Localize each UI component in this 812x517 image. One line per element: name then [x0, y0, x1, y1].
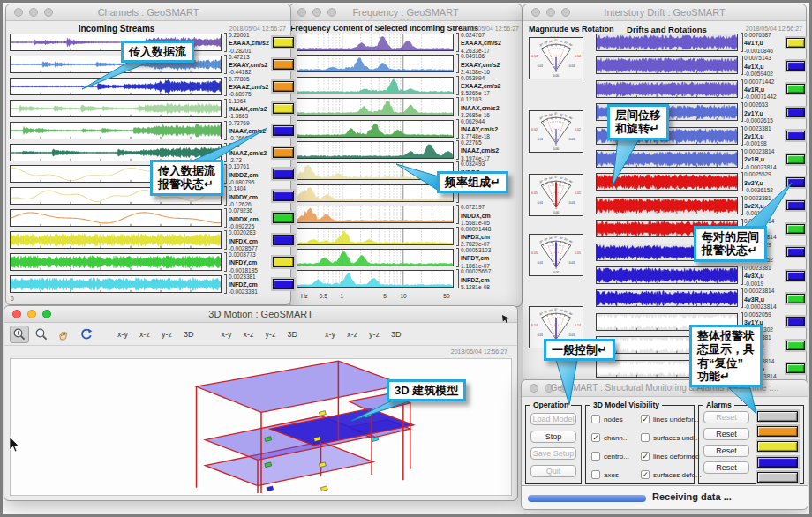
unchecked-checkbox[interactable]: [591, 452, 600, 461]
reset-button[interactable]: Reset: [703, 445, 749, 457]
drag-handle-icon[interactable]: ···: [400, 16, 410, 24]
rotate-button[interactable]: [76, 326, 95, 343]
view-button-x-y[interactable]: x-y: [321, 328, 339, 341]
visibility-checkbox-nodes[interactable]: nodes: [591, 415, 623, 423]
frequency-header: Frequency Content of Selected Incoming S…: [289, 24, 479, 33]
trace-label: 0.26061EXAAX,cm/s2-0.28201: [229, 32, 271, 55]
alarm-indicator: [786, 200, 805, 210]
checkbox-label: nodes: [604, 416, 623, 423]
alarm-indicator: [786, 154, 805, 164]
checked-checkbox[interactable]: ✓: [641, 470, 650, 479]
svg-text:10°: 10°: [549, 308, 554, 312]
range-bracket: [741, 196, 743, 215]
trace-label: 0.053994EXAAZ,cm/s28.5265e-17: [461, 75, 515, 98]
range-bracket: [456, 227, 459, 246]
pan-button[interactable]: [54, 326, 73, 343]
checked-checkbox[interactable]: ✓: [591, 433, 600, 442]
reset-button[interactable]: Reset: [703, 428, 749, 440]
svg-text:10°: 10°: [559, 236, 564, 241]
unchecked-checkbox[interactable]: [641, 433, 650, 442]
alarm-indicator: [273, 37, 294, 48]
trace-max-value: 0.062944: [461, 118, 515, 125]
svg-text:0.01: 0.01: [569, 333, 575, 337]
trace-name: EXAAZ,cm/s2: [229, 83, 271, 91]
unchecked-checkbox[interactable]: [591, 415, 600, 423]
view-button-y-z[interactable]: y-z: [262, 328, 280, 341]
svg-text:0.01: 0.01: [538, 261, 544, 265]
view-button-x-y[interactable]: x-y: [114, 328, 132, 341]
trace-max-value: 0.77805: [229, 76, 271, 83]
trace-name: INFDY,cm: [229, 258, 271, 266]
alarm-indicator: [273, 103, 294, 114]
view-button-x-z[interactable]: x-z: [240, 328, 258, 341]
trace-label: 0.000238142v1R,u-0.00023814: [744, 148, 783, 171]
view-button-x-z[interactable]: x-z: [136, 328, 154, 341]
unchecked-checkbox[interactable]: [591, 470, 600, 479]
zoom-out-button[interactable]: [32, 326, 51, 343]
range-bracket: [741, 79, 743, 99]
trace-max-value: 0.0023381: [229, 273, 271, 281]
trace-min-value: -0.0019: [744, 281, 783, 288]
trace-name: INAAX,cm/s2: [461, 104, 515, 112]
visibility-checkbox-centro[interactable]: centro...: [591, 452, 629, 461]
visibility-checkbox-surfacesdefo[interactable]: ✓surfaces defo...: [641, 470, 702, 479]
svg-text:30°: 30°: [568, 116, 575, 121]
visibility-checkbox-linesdeformed[interactable]: ✓lines deformed: [641, 452, 699, 461]
visibility-checkbox-linesundefor[interactable]: ✓lines undefor...: [641, 415, 699, 423]
drag-handle-icon[interactable]: ···: [139, 17, 148, 25]
view-button-3d[interactable]: 3D: [284, 328, 302, 341]
alarm-indicator: [273, 125, 294, 136]
spectrum-plot: [297, 228, 454, 245]
alarm-indicator: [273, 59, 294, 70]
svg-text:20°: 20°: [544, 41, 549, 46]
reset-button: Reset: [703, 411, 749, 423]
view-button-3d[interactable]: 3D: [180, 328, 198, 341]
annotation-callout: 3D 建筑模型: [387, 379, 466, 401]
range-bracket: [224, 252, 227, 272]
alarm-indicator: [786, 108, 805, 117]
trace-min-value: -0.0023381: [229, 288, 271, 296]
zoom-in-button[interactable]: [10, 326, 29, 343]
svg-text:10°: 10°: [559, 40, 564, 44]
trace-min-value: -0.00071442: [744, 94, 783, 101]
stop-button[interactable]: Stop: [530, 431, 576, 443]
trace-label: 0.00025667INFDZ,cm5.1281e-08: [461, 268, 515, 291]
callout-line: 传入数据流: [129, 45, 186, 58]
alarm-indicator: [273, 279, 294, 289]
svg-text:0.05: 0.05: [575, 191, 581, 195]
view-button-y-z[interactable]: y-z: [158, 328, 176, 341]
drift-gauge: 30°20°10°0°10°20°30°0.020.020.010.010.00: [529, 110, 583, 153]
reset-button[interactable]: Reset: [703, 461, 749, 474]
window-title: Interstory Drift : GeoSMART: [523, 7, 806, 18]
range-bracket: [224, 77, 227, 96]
visibility-checkbox-axes[interactable]: axes: [591, 470, 619, 479]
callout-line: 态显示，具: [697, 342, 755, 356]
drift-plot: [596, 289, 738, 307]
svg-text:0.01: 0.01: [538, 138, 544, 141]
svg-text:10°: 10°: [559, 113, 564, 117]
view-button-y-z[interactable]: y-z: [365, 328, 383, 341]
range-bracket: [741, 288, 743, 308]
annotation-callout: 传入数据流报警状态↵: [150, 160, 223, 196]
view-button-3d[interactable]: 3D: [387, 328, 405, 341]
axis-tick: 10: [400, 293, 406, 299]
visibility-checkbox-surfacesund[interactable]: surfaces und...: [641, 433, 699, 442]
range-bracket: [224, 208, 227, 228]
checked-checkbox[interactable]: ✓: [641, 452, 650, 461]
drift-plot: [596, 173, 738, 191]
view-button-x-y[interactable]: x-y: [218, 328, 236, 341]
control-window: GeoSMART : Structural Monitoring & Alarm…: [521, 379, 808, 510]
visibility-checkbox-chann[interactable]: ✓chann...: [591, 433, 628, 442]
svg-text:0.00: 0.00: [553, 74, 560, 78]
callout-line: 频率组成↵: [445, 176, 500, 189]
trace-name: INAAY,cm/s2: [229, 127, 271, 135]
view-button-x-z[interactable]: x-z: [343, 328, 361, 341]
trace-max-value: 0.00023814: [744, 288, 783, 295]
svg-text:0°: 0°: [555, 39, 559, 42]
range-bracket: [741, 149, 743, 169]
trace-max-value: 2.73: [229, 142, 271, 149]
trace-max-value: 0.00023814: [744, 218, 783, 225]
trace-label: 0.72769INAAY,cm/s2-0.7661: [229, 120, 271, 143]
checked-checkbox[interactable]: ✓: [641, 415, 650, 423]
svg-text:0.01: 0.01: [569, 138, 575, 141]
